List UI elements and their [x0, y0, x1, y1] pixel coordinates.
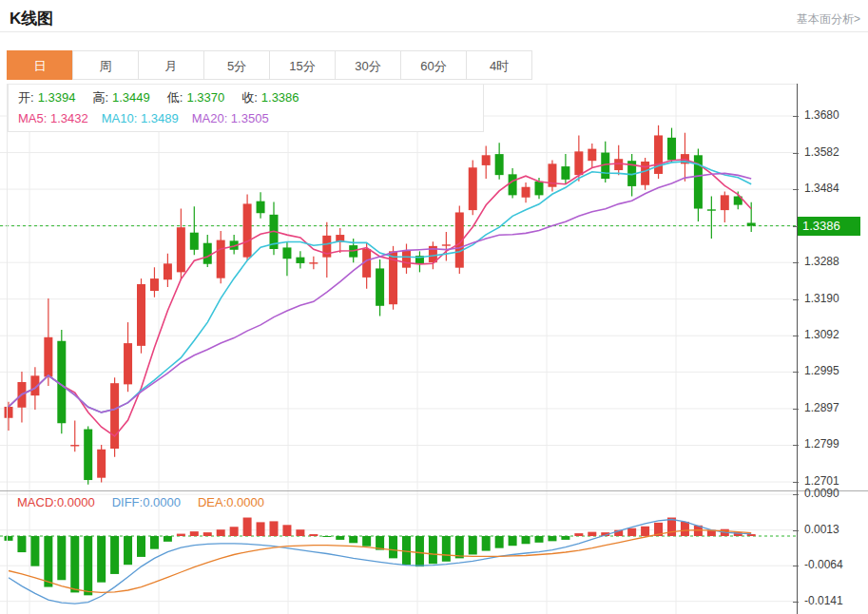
macd-bar: [124, 536, 132, 565]
candle-down: [535, 182, 544, 196]
candle-down: [707, 209, 716, 210]
macd-bar: [30, 536, 39, 566]
axis-tick: [793, 409, 799, 410]
macd-bar: [627, 528, 636, 536]
macd-bar: [5, 536, 13, 541]
candle-up: [574, 151, 583, 175]
price-axis-label: 1.3190: [804, 292, 839, 305]
axis-tick: [793, 566, 799, 566]
ohlc-value: 1.3386: [261, 90, 299, 105]
candle-up: [70, 445, 79, 446]
interval-tabbar: 日周月5分15分30分60分4时: [8, 50, 532, 80]
candle-down: [257, 201, 265, 214]
candle-up: [44, 337, 52, 377]
macd-bar: [243, 518, 252, 536]
axis-tick: [793, 602, 799, 603]
macd-bar: [588, 532, 596, 536]
ohlc-legend-row: 开:1.3394高:1.3449低:1.3370收:1.3386: [18, 89, 483, 106]
price-axis-label: 1.3582: [804, 145, 839, 159]
macd-bar: [535, 536, 544, 543]
candle-down: [296, 258, 304, 263]
ohlc-label: 低:: [167, 90, 183, 105]
ma5-legend: MA5: 1.3432: [18, 111, 88, 125]
macd-legend-row: MACD:0.0000DIFF:0.0000DEA:0.0000: [17, 495, 281, 509]
macd-axis-label: 0.0090: [804, 487, 839, 500]
macd-bar: [469, 536, 477, 554]
candle-down: [282, 247, 291, 259]
tab-month[interactable]: 月: [138, 50, 204, 80]
candle-up: [150, 278, 159, 291]
axis-tick: [793, 445, 799, 446]
macd-bar: [509, 536, 517, 546]
macd-bar: [442, 536, 451, 562]
macd-bar: [349, 536, 357, 543]
ohlc-label: 收:: [241, 90, 258, 105]
candle-down: [84, 430, 92, 480]
candle-up: [124, 343, 132, 384]
macd-axis-label: -0.0064: [804, 558, 843, 571]
axis-tick: [793, 336, 799, 336]
tab-60min[interactable]: 60分: [400, 50, 467, 80]
candle-up: [164, 263, 172, 279]
macd-bar: [681, 522, 689, 536]
dea-legend: DEA:0.0000: [198, 495, 264, 509]
price-axis-label: 1.2897: [804, 401, 839, 414]
ohlc-label: 高:: [92, 90, 108, 105]
candle-up: [614, 159, 623, 170]
axis-tick: [793, 116, 799, 117]
price-axis-label: 1.2799: [804, 437, 839, 451]
macd-bar: [257, 522, 265, 536]
price-axis-label: 1.3288: [804, 255, 839, 268]
header-divider: [0, 31, 868, 32]
macd-bar: [44, 536, 52, 587]
fundamental-analysis-link[interactable]: 基本面分析>: [797, 11, 860, 28]
macd-bar: [230, 527, 239, 536]
macd-bar: [110, 536, 119, 574]
macd-bar: [389, 536, 397, 558]
price-axis-label: 1.3484: [804, 182, 839, 195]
macd-bar: [84, 536, 92, 595]
tab-4hour[interactable]: 4时: [466, 50, 532, 80]
macd-bar: [402, 536, 411, 565]
candle-up: [97, 450, 106, 478]
macd-bar: [309, 534, 318, 536]
candle-up: [137, 284, 145, 346]
main-chart-canvas[interactable]: [0, 84, 797, 490]
macd-bar: [561, 536, 569, 540]
ohlc-legend-box: 开:1.3394高:1.3449低:1.3370收:1.3386 MA5: 1.…: [8, 85, 484, 132]
macd-bar: [282, 525, 291, 536]
candle-down: [667, 138, 676, 161]
macd-bar: [747, 534, 756, 536]
axis-tick: [793, 530, 799, 531]
macd-bar: [137, 536, 145, 557]
tab-15min[interactable]: 15分: [269, 50, 336, 80]
macd-bar: [415, 536, 424, 566]
macd-chart-canvas[interactable]: [0, 491, 797, 614]
axis-tick: [793, 189, 799, 190]
macd-bar: [270, 521, 279, 536]
candle-up: [654, 135, 663, 174]
tab-day[interactable]: 日: [7, 50, 73, 80]
candle-up: [402, 251, 411, 268]
tab-30min[interactable]: 30分: [335, 50, 401, 80]
diff-legend: DIFF:0.0000: [112, 495, 181, 509]
candle-up: [588, 149, 596, 162]
candle-up: [309, 262, 318, 263]
candle-up: [482, 155, 491, 165]
tab-week[interactable]: 周: [72, 50, 139, 80]
axis-tick: [793, 372, 799, 373]
macd-bar: [296, 529, 304, 536]
candle-down: [561, 166, 569, 180]
candle-down: [190, 233, 199, 250]
macd-bar: [17, 536, 26, 552]
panel-separator: [0, 490, 868, 491]
candle-up: [469, 167, 477, 210]
macd-bar: [574, 533, 583, 536]
price-axis-line: [797, 84, 798, 614]
tab-5min[interactable]: 5分: [203, 50, 270, 80]
macd-bar: [336, 536, 344, 540]
candle-down: [203, 243, 212, 264]
axis-tick: [793, 482, 799, 483]
axis-tick: [793, 262, 799, 263]
candle-up: [721, 195, 729, 210]
